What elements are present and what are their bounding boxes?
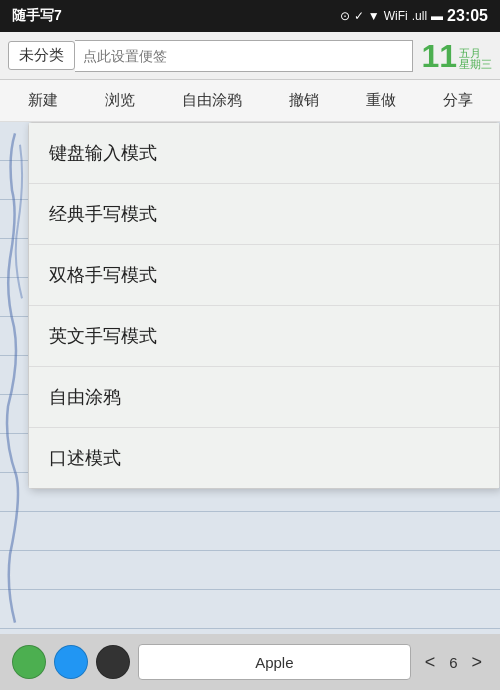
app-title: 随手写7 bbox=[12, 7, 62, 25]
signal-icon: WiFi bbox=[384, 9, 408, 23]
prev-page-button[interactable]: < bbox=[419, 648, 442, 677]
menu-item-english[interactable]: 英文手写模式 bbox=[29, 306, 499, 367]
menu-item-keyboard[interactable]: 键盘输入模式 bbox=[29, 123, 499, 184]
time-display: 23:05 bbox=[447, 7, 488, 25]
date-month: 五月 bbox=[459, 48, 492, 59]
black-color-button[interactable] bbox=[96, 645, 130, 679]
date-info: 五月 星期三 bbox=[459, 48, 492, 72]
category-label[interactable]: 未分类 bbox=[8, 41, 75, 70]
wifi-icon: ▼ bbox=[368, 9, 380, 23]
menu-item-classic[interactable]: 经典手写模式 bbox=[29, 184, 499, 245]
share-button[interactable]: 分享 bbox=[435, 87, 481, 114]
signal-bars-icon: .ull bbox=[412, 9, 427, 23]
bottom-bar: Apple < 6 > bbox=[0, 634, 500, 690]
battery-icon: ▬ bbox=[431, 9, 443, 23]
redo-button[interactable]: 重做 bbox=[358, 87, 404, 114]
toolbar: 新建 浏览 自由涂鸦 撤销 重做 分享 bbox=[0, 80, 500, 122]
freedraw-button[interactable]: 自由涂鸦 bbox=[174, 87, 250, 114]
green-color-button[interactable] bbox=[12, 645, 46, 679]
undo-button[interactable]: 撤销 bbox=[281, 87, 327, 114]
note-title-input[interactable] bbox=[75, 40, 413, 72]
menu-item-freedraw[interactable]: 自由涂鸦 bbox=[29, 367, 499, 428]
blue-color-button[interactable] bbox=[54, 645, 88, 679]
menu-item-dictate[interactable]: 口述模式 bbox=[29, 428, 499, 488]
date-block: 11 五月 星期三 bbox=[421, 40, 492, 72]
mode-dropdown-menu: 键盘输入模式 经典手写模式 双格手写模式 英文手写模式 自由涂鸦 口述模式 bbox=[28, 122, 500, 489]
check-icon: ✓ bbox=[354, 9, 364, 23]
main-content-area: 的都 通建 道 中 字 迷 进 www.DuoTe.com 键盘输入模式 经典手… bbox=[0, 122, 500, 634]
page-number: 6 bbox=[449, 654, 457, 671]
next-page-button[interactable]: > bbox=[465, 648, 488, 677]
text-input-display[interactable]: Apple bbox=[138, 644, 411, 680]
date-number: 11 bbox=[421, 40, 457, 72]
left-handwriting bbox=[0, 122, 30, 634]
menu-item-double-grid[interactable]: 双格手写模式 bbox=[29, 245, 499, 306]
status-icons: ⊙ ✓ ▼ WiFi .ull ▬ 23:05 bbox=[340, 7, 488, 25]
new-button[interactable]: 新建 bbox=[20, 87, 66, 114]
top-bar: 未分类 11 五月 星期三 bbox=[0, 32, 500, 80]
browse-button[interactable]: 浏览 bbox=[97, 87, 143, 114]
date-weekday: 星期三 bbox=[459, 59, 492, 70]
status-bar: 随手写7 ⊙ ✓ ▼ WiFi .ull ▬ 23:05 bbox=[0, 0, 500, 32]
circle-icon: ⊙ bbox=[340, 9, 350, 23]
